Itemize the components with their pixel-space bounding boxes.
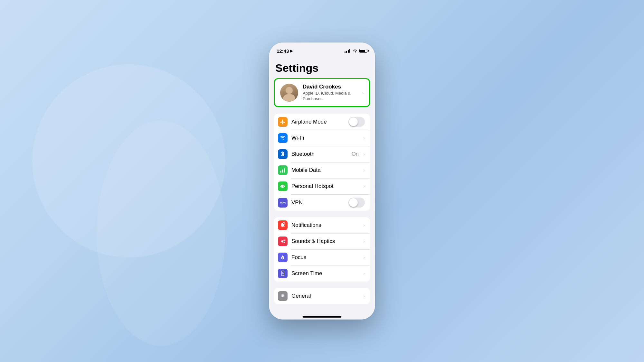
airplane-mode-icon: [278, 117, 288, 127]
mobile-data-icon: [278, 165, 288, 175]
mobile-data-row[interactable]: Mobile Data ›: [274, 162, 370, 178]
profile-chevron: ›: [362, 90, 364, 95]
screen-time-row[interactable]: Screen Time ›: [274, 265, 370, 282]
sounds-haptics-icon: [278, 237, 288, 246]
profile-info: David Crookes Apple ID, iCloud, Media & …: [303, 84, 360, 102]
airplane-mode-label: Airplane Mode: [291, 119, 348, 125]
personal-hotspot-chevron: ›: [363, 184, 365, 189]
profile-name: David Crookes: [303, 84, 360, 90]
wifi-chevron: ›: [363, 135, 365, 141]
personal-hotspot-row[interactable]: Personal Hotspot ›: [274, 178, 370, 194]
connectivity-group: Airplane Mode Wi-Fi ›: [274, 114, 370, 211]
signal-bar-4: [349, 49, 350, 53]
sounds-haptics-chevron: ›: [363, 239, 365, 244]
vpn-label: VPN: [291, 200, 348, 206]
notifications-chevron: ›: [363, 223, 365, 228]
screen-time-icon: [278, 269, 288, 278]
wifi-status-icon: [352, 49, 357, 53]
focus-row[interactable]: Focus ›: [274, 249, 370, 265]
page-title: Settings: [269, 57, 375, 78]
signal-icon: [345, 49, 350, 53]
vpn-text: VPN: [280, 201, 285, 204]
airplane-mode-toggle[interactable]: [348, 117, 365, 127]
bluetooth-icon: [278, 149, 288, 159]
svg-marker-5: [281, 240, 283, 243]
vpn-toggle-knob: [349, 198, 358, 207]
vpn-toggle[interactable]: [348, 198, 365, 208]
mobile-data-chevron: ›: [363, 168, 365, 173]
screen-content: Settings David Crookes Apple ID, iCloud,…: [269, 57, 375, 320]
vpn-row[interactable]: VPN VPN: [274, 194, 370, 211]
airplane-mode-row[interactable]: Airplane Mode: [274, 114, 370, 130]
notifications-group: Notifications › Sounds & Haptics ›: [274, 217, 370, 282]
personal-hotspot-icon: [278, 181, 288, 191]
focus-chevron: ›: [363, 255, 365, 260]
notifications-row[interactable]: Notifications ›: [274, 217, 370, 233]
bluetooth-chevron: ›: [363, 152, 365, 157]
status-bar: 12:43 ▶: [269, 42, 375, 57]
svg-point-3: [282, 186, 283, 187]
screen-time-chevron: ›: [363, 271, 365, 276]
signal-bar-3: [348, 50, 349, 53]
svg-point-4: [283, 222, 285, 224]
general-label: General: [291, 293, 361, 299]
battery-icon: [359, 49, 367, 53]
personal-hotspot-label: Personal Hotspot: [291, 183, 361, 190]
general-icon: [278, 291, 288, 301]
focus-label: Focus: [291, 254, 361, 261]
status-time: 12:43 ▶: [277, 48, 293, 54]
svg-rect-2: [284, 168, 285, 173]
signal-bar-1: [345, 51, 346, 53]
time-display: 12:43: [277, 48, 289, 54]
notifications-label: Notifications: [291, 222, 361, 228]
screen-time-label: Screen Time: [291, 270, 361, 277]
wifi-icon: [278, 133, 288, 143]
wifi-row[interactable]: Wi-Fi ›: [274, 130, 370, 146]
svg-point-6: [282, 257, 283, 259]
avatar: [280, 84, 298, 102]
airplane-toggle-knob: [349, 117, 358, 126]
bluetooth-label: Bluetooth: [291, 151, 352, 157]
home-bar: [303, 316, 341, 318]
signal-bar-2: [346, 51, 347, 53]
home-indicator: [269, 311, 375, 320]
phone-frame: 12:43 ▶ Settings: [269, 42, 375, 320]
profile-card[interactable]: David Crookes Apple ID, iCloud, Media & …: [274, 78, 370, 107]
location-icon: ▶: [290, 49, 293, 53]
wifi-label: Wi-Fi: [291, 135, 361, 141]
focus-icon: [278, 253, 288, 262]
general-chevron: ›: [363, 293, 365, 299]
bluetooth-value: On: [352, 151, 359, 157]
status-icons: [345, 49, 367, 53]
profile-subtitle: Apple ID, iCloud, Media & Purchases: [303, 91, 360, 102]
bluetooth-row[interactable]: Bluetooth On ›: [274, 146, 370, 162]
sounds-haptics-label: Sounds & Haptics: [291, 238, 361, 245]
general-group: General ›: [274, 288, 370, 304]
vpn-icon: VPN: [278, 198, 288, 208]
battery-fill: [360, 50, 365, 52]
notifications-icon: [278, 220, 288, 230]
general-row[interactable]: General ›: [274, 288, 370, 304]
svg-rect-0: [280, 171, 281, 173]
svg-rect-1: [282, 170, 283, 173]
mobile-data-label: Mobile Data: [291, 167, 361, 173]
sounds-haptics-row[interactable]: Sounds & Haptics ›: [274, 233, 370, 249]
